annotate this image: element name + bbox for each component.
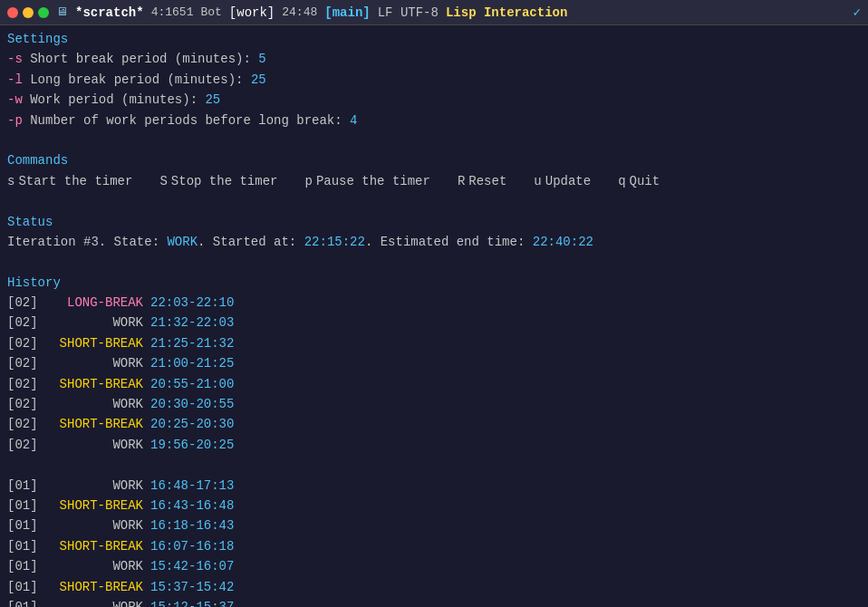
commands-row: s Start the timer S Stop the timer p Pau… <box>7 171 861 191</box>
setting-long-break: -l Long break period (minutes): 25 <box>7 70 861 90</box>
cursor-position: 4:1651 <box>151 5 194 19</box>
short-break-flag: -s <box>7 52 23 66</box>
hist-time: 20:30-20:55 <box>150 394 234 414</box>
hist-type: WORK <box>42 435 150 455</box>
hist-type: WORK <box>42 556 150 576</box>
list-item: [02] WORK 21:32-22:03 <box>7 313 861 332</box>
hist-type: SHORT-BREAK <box>42 577 150 597</box>
history-section: History <box>7 273 861 293</box>
minimize-button[interactable] <box>23 7 34 18</box>
hist-idx: [02] <box>7 293 42 313</box>
cmd-stop-desc: Stop the timer <box>171 171 278 191</box>
cmd-pause-desc: Pause the timer <box>316 171 430 191</box>
hist-time: 16:07-16:18 <box>150 536 234 556</box>
hist-type: WORK <box>42 353 150 373</box>
hist-time: 20:55-21:00 <box>150 374 234 394</box>
hist-type: SHORT-BREAK <box>42 414 150 434</box>
hist-idx: [01] <box>7 577 42 597</box>
title-bar: 🖥 *scratch* 4:1651 Bot [work] 24:48 [mai… <box>0 0 868 25</box>
list-item: [01] SHORT-BREAK 15:37-15:42 <box>7 577 861 597</box>
hist-type: WORK <box>42 476 150 496</box>
status-end-time: 22:40:22 <box>533 235 593 249</box>
maximize-button[interactable] <box>38 7 49 18</box>
list-item: [02] SHORT-BREAK 21:25-21:32 <box>7 333 861 353</box>
list-item: [01] WORK 16:48-17:13 <box>7 476 861 496</box>
list-item: [01] SHORT-BREAK 16:43-16:48 <box>7 496 861 515</box>
list-item: [01] WORK 15:42-16:07 <box>7 556 861 576</box>
status-section: Status <box>7 212 861 232</box>
settings-section: Settings <box>7 29 861 49</box>
cmd-pause[interactable]: p Pause the timer <box>304 171 429 191</box>
hist-idx: [01] <box>7 476 42 496</box>
hist-idx: [02] <box>7 333 42 353</box>
hist-time: 15:37-15:42 <box>150 577 234 597</box>
hist-time: 15:42-16:07 <box>150 556 234 576</box>
periods-flag: -p <box>7 113 23 128</box>
hist-type: SHORT-BREAK <box>42 536 150 556</box>
hist-type: SHORT-BREAK <box>42 374 150 394</box>
setting-short-break: -s Short break period (minutes): 5 <box>7 49 861 69</box>
cmd-quit[interactable]: q Quit <box>618 171 660 191</box>
hist-time: 19:56-20:25 <box>150 435 234 455</box>
spacer-1 <box>7 130 861 150</box>
spacer-3 <box>7 252 861 272</box>
status-end-prefix: . Estimated end time: <box>365 235 533 249</box>
cmd-stop[interactable]: S Stop the timer <box>159 171 277 191</box>
hist-type: WORK <box>42 313 150 332</box>
main-tag: [main] <box>324 5 370 20</box>
close-button[interactable] <box>7 7 18 18</box>
cmd-update[interactable]: u Update <box>534 171 591 191</box>
hist-idx: [01] <box>7 597 42 607</box>
cmd-reset[interactable]: R Reset <box>458 171 506 191</box>
hist-idx: [01] <box>7 536 42 556</box>
status-started-at: 22:15:22 <box>304 235 365 249</box>
periods-desc: Number of work periods before long break… <box>30 113 350 128</box>
hist-time: 16:18-16:43 <box>150 515 234 535</box>
hist-idx: [02] <box>7 394 42 414</box>
status-state: WORK <box>167 235 198 249</box>
time-display: 24:48 <box>282 5 317 19</box>
cmd-update-key: u <box>534 171 541 191</box>
status-started-prefix: . Started at: <box>198 235 304 249</box>
cmd-start-desc: Start the timer <box>18 171 132 191</box>
hist-idx: [02] <box>7 313 42 332</box>
work-val: 25 <box>205 92 220 107</box>
traffic-lights <box>7 7 49 18</box>
cmd-quit-desc: Quit <box>630 171 661 191</box>
cmd-pause-key: p <box>304 171 312 191</box>
hist-time: 22:03-22:10 <box>150 293 234 313</box>
list-item: [02] SHORT-BREAK 20:25-20:30 <box>7 414 861 434</box>
work-desc: Work period (minutes): <box>30 92 205 107</box>
check-icon: ✓ <box>854 5 861 20</box>
commands-section: Commands <box>7 150 861 170</box>
hist-type: WORK <box>42 515 150 535</box>
cmd-quit-key: q <box>618 171 625 191</box>
list-item: [02] WORK 20:30-20:55 <box>7 394 861 414</box>
work-tag: [work] <box>229 5 275 20</box>
cmd-start[interactable]: s Start the timer <box>7 171 132 191</box>
list-item: [02] WORK 21:00-21:25 <box>7 353 861 373</box>
long-break-val: 25 <box>251 72 266 87</box>
spacer-4 <box>7 455 861 475</box>
main-content: Settings -s Short break period (minutes)… <box>0 25 868 607</box>
long-break-flag: -l <box>7 72 23 87</box>
hist-idx: [02] <box>7 435 42 455</box>
short-break-val: 5 <box>258 52 265 66</box>
list-item: [02] WORK 19:56-20:25 <box>7 435 861 455</box>
cmd-reset-key: R <box>458 171 465 191</box>
hist-time: 21:00-21:25 <box>150 353 234 373</box>
hist-type: SHORT-BREAK <box>42 496 150 515</box>
history-label: History <box>7 275 61 290</box>
history-group1: [01] WORK 16:48-17:13 [01] SHORT-BREAK 1… <box>7 476 861 607</box>
hist-time: 15:12-15:37 <box>150 597 234 607</box>
hist-time: 21:32-22:03 <box>150 313 234 332</box>
setting-work: -w Work period (minutes): 25 <box>7 90 861 110</box>
cmd-update-desc: Update <box>545 171 591 191</box>
list-item: [02] SHORT-BREAK 20:55-21:00 <box>7 374 861 394</box>
cmd-stop-key: S <box>159 171 167 191</box>
list-item: [01] WORK 16:18-16:43 <box>7 515 861 535</box>
commands-label: Commands <box>7 153 68 168</box>
status-label: Status <box>7 215 53 229</box>
cmd-start-key: s <box>7 171 14 191</box>
hist-idx: [01] <box>7 496 42 515</box>
